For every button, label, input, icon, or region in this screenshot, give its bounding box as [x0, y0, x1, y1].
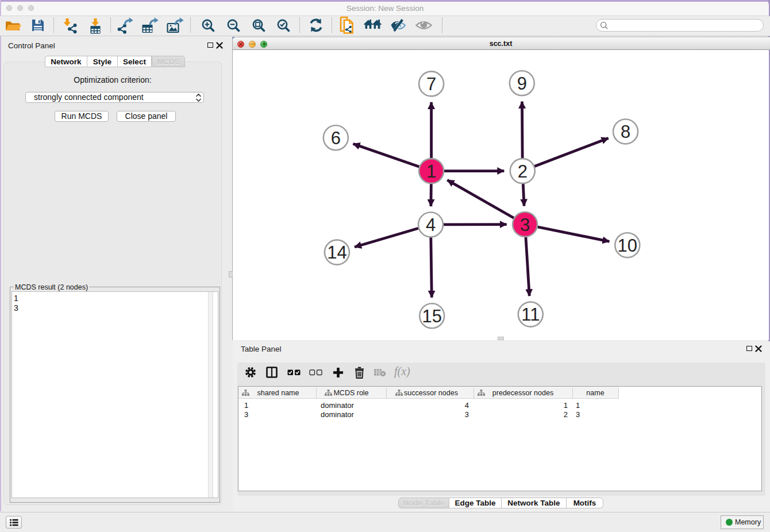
svg-text:7: 7: [426, 74, 436, 94]
svg-text:3: 3: [520, 215, 530, 235]
svg-text:15: 15: [422, 306, 441, 326]
svg-text:6: 6: [331, 128, 341, 148]
svg-text:14: 14: [327, 242, 346, 263]
svg-text:1: 1: [426, 161, 436, 182]
svg-text:4: 4: [426, 215, 436, 235]
svg-text:2: 2: [518, 161, 528, 182]
svg-text:10: 10: [618, 236, 637, 256]
svg-text:9: 9: [517, 74, 527, 94]
svg-text:11: 11: [521, 304, 540, 325]
svg-text:8: 8: [621, 122, 630, 142]
